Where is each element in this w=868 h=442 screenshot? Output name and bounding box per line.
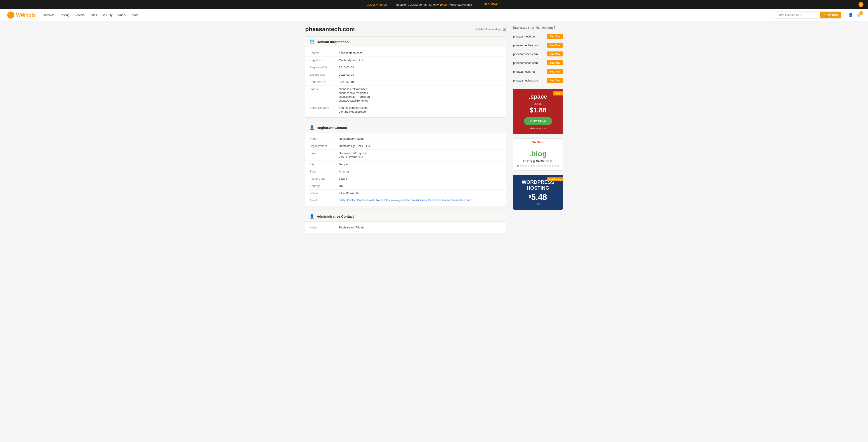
blog-dot[interactable]: [552, 165, 554, 167]
blog-dot[interactable]: [517, 165, 519, 167]
expires-on-row: Expires On: 2025-02-03: [305, 71, 506, 78]
similar-domain-buy-button[interactable]: Buy Now: [547, 69, 563, 74]
reg-email-value: Select Contact Domain Holder link at htt…: [339, 199, 471, 202]
expires-on-value: 2025-02-03: [339, 73, 354, 76]
administrative-contact-header: 👤 Administrative Contact: [305, 211, 506, 222]
reg-org-row: Organization: Domains By Proxy, LLC: [305, 142, 506, 150]
nav-whois[interactable]: Whois: [117, 12, 126, 18]
blog-dot[interactable]: [547, 165, 548, 167]
space-note: *while stocks last: [517, 127, 559, 130]
reg-org-value: Domains By Proxy, LLC: [339, 144, 370, 148]
registrant-contact-header: 👤 Registrant Contact: [305, 122, 506, 133]
blog-dot[interactable]: [533, 165, 535, 167]
street-value: 2155 E Warner Rd: [339, 155, 368, 159]
reg-country-row: Country: US: [305, 182, 506, 190]
administrative-contact-title: Administrative Contact: [317, 214, 354, 218]
logo-text: WWhois: [16, 12, 36, 18]
blog-ad-body: .blog .BLOG @ $4.98 $31.88: [513, 146, 563, 170]
header-icons: 👤 🛒 0: [848, 13, 861, 18]
admin-name-value: Registration Private: [339, 226, 364, 229]
registered-on-value: 2016-02-03: [339, 66, 354, 69]
name-servers-label: Name Servers:: [309, 106, 339, 113]
status-label: Status:: [309, 88, 339, 102]
registered-on-label: Registered On:: [309, 66, 339, 69]
blog-price: .BLOG @ $4.98 $31.88: [517, 159, 559, 163]
similar-domain-buy-button[interactable]: Buy Now: [547, 43, 563, 47]
banner-close-button[interactable]: ✕: [859, 2, 864, 7]
user-icon[interactable]: 👤: [848, 13, 853, 18]
logo-icon: 🟠: [7, 11, 15, 19]
blog-dot[interactable]: [530, 165, 532, 167]
banner-buy-now-button[interactable]: BUY NOW: [481, 2, 501, 7]
name-servers-values: erin.ns.cloudflare.comglen.ns.cloudflare…: [339, 106, 368, 113]
reg-city-value: Tempe: [339, 163, 348, 166]
blog-dot[interactable]: [544, 165, 546, 167]
header: 🟠 WWhois Domains Hosting Servers Email S…: [0, 9, 868, 21]
blog-dot[interactable]: [536, 165, 537, 167]
blog-dots: [517, 165, 559, 167]
whois-search-button[interactable]: 🔍 WHOIS: [820, 12, 841, 18]
cart-icon[interactable]: 🛒 0: [856, 13, 861, 18]
refresh-icon[interactable]: 🔄: [503, 28, 506, 31]
status-row: Status: clientDeleteProhibitedclientRene…: [305, 86, 506, 104]
domain-info-header: 🌐 Domain Information: [305, 37, 506, 47]
search-icon: 🔍: [824, 13, 827, 17]
sale-tag: Sale: [553, 92, 563, 96]
domain-info-body: Domain: pheasantech.com Registrar: GoDad…: [305, 47, 506, 117]
content-area: pheasantech.com Updated 1 second ago 🔄 🌐…: [305, 26, 506, 238]
reg-city-row: City: Tempe: [305, 161, 506, 168]
name-server-value: erin.ns.cloudflare.com: [339, 106, 368, 109]
reg-street-label: Street:: [309, 151, 339, 159]
blog-logo-highlight: o: [538, 150, 542, 158]
space-new-price: $1.88: [517, 106, 559, 114]
similar-domain-buy-button[interactable]: Buy Now: [547, 78, 563, 83]
registered-on-row: Registered On: 2016-02-03: [305, 64, 506, 71]
updated-on-value: 2023-07-10: [339, 80, 354, 83]
search-input[interactable]: [775, 12, 820, 18]
similar-domain-buy-button[interactable]: Buy Now: [547, 60, 563, 65]
blog-dot[interactable]: [538, 165, 540, 167]
blog-dot[interactable]: [557, 165, 559, 167]
introducing-tag: Introducing: [547, 177, 563, 181]
reg-state-value: Arizona: [339, 170, 349, 173]
space-buy-button[interactable]: BUY NOW: [524, 117, 552, 125]
similar-domain-row: pheasanteches.comBuy Now: [513, 41, 563, 50]
similar-domain-row: pheasant-ech.comBuy Now: [513, 32, 563, 41]
similar-domains-list: pheasant-ech.comBuy Nowpheasanteches.com…: [513, 32, 563, 84]
registrar-row: Registrar: GoDaddy.com, LLC: [305, 57, 506, 64]
blog-logo: .blog: [517, 150, 559, 158]
reg-phone-label: Phone:: [309, 192, 339, 195]
admin-name-label: Name:: [309, 226, 339, 229]
domain-info-title: Domain Information: [317, 40, 349, 44]
blog-dot[interactable]: [555, 165, 556, 167]
com-price-label: .COM @ $9.98: [367, 3, 387, 6]
street-value: DomainsByProxy.com: [339, 151, 368, 155]
domain-info-card: 🌐 Domain Information Domain: pheasantech…: [305, 36, 506, 117]
blog-dot[interactable]: [522, 165, 524, 167]
blog-dot[interactable]: [549, 165, 551, 167]
reg-country-label: Country:: [309, 184, 339, 188]
nav-email[interactable]: Email: [89, 12, 97, 18]
reg-city-label: City:: [309, 163, 339, 166]
search-wrap: 🔍 WHOIS: [775, 11, 841, 19]
blog-dot[interactable]: [525, 165, 527, 167]
reg-phone-row: Phone: +1.4806242599: [305, 190, 506, 197]
registrant-contact-body: Name: Registration Private Organization:…: [305, 133, 506, 206]
sidebar: Interested in similar domains? pheasant-…: [513, 26, 563, 238]
blog-dot[interactable]: [541, 165, 543, 167]
logo[interactable]: 🟠 WWhois: [7, 11, 36, 19]
blog-dot[interactable]: [528, 165, 530, 167]
main-container: pheasantech.com Updated 1 second ago 🔄 🌐…: [298, 21, 569, 242]
nav-deals[interactable]: Deals: [130, 12, 138, 18]
reg-state-row: State: Arizona: [305, 168, 506, 175]
nav-hosting[interactable]: Hosting: [59, 12, 70, 18]
similar-domain-buy-button[interactable]: Buy Now: [547, 34, 563, 39]
nav-domains[interactable]: Domains: [42, 12, 55, 18]
similar-domain-row: pheasantsech.comBuy Now: [513, 50, 563, 59]
reg-email-row: Email: Select Contact Domain Holder link…: [305, 197, 506, 204]
nav-servers[interactable]: Servers: [74, 12, 85, 18]
administrative-contact-card: 👤 Administrative Contact Name: Registrat…: [305, 211, 506, 233]
blog-dot[interactable]: [520, 165, 522, 167]
nav-security[interactable]: Security: [101, 12, 113, 18]
similar-domain-buy-button[interactable]: Buy Now: [547, 52, 563, 57]
